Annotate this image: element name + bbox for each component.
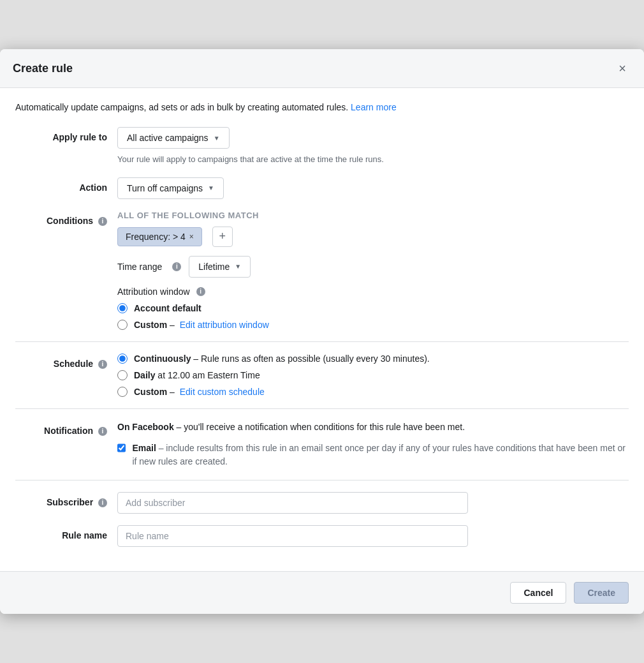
rule-name-row: Rule name — [15, 525, 629, 547]
edit-custom-schedule-link[interactable]: Edit custom schedule — [180, 387, 265, 397]
subscriber-input[interactable] — [117, 492, 468, 514]
rule-name-content — [117, 525, 629, 547]
schedule-row: Schedule i Continuously – Rule runs as o… — [15, 354, 629, 397]
attribution-account-default-radio[interactable] — [117, 303, 128, 313]
modal-title: Create rule — [13, 62, 73, 75]
cancel-button[interactable]: Cancel — [510, 582, 566, 604]
condition-tag-frequency: Frequency: > 4 × — [117, 227, 202, 246]
attribution-custom[interactable]: Custom – Edit attribution window — [117, 320, 629, 330]
intro-text: Automatically update campaigns, ad sets … — [15, 101, 629, 114]
subscriber-info-icon: i — [98, 498, 107, 507]
schedule-daily[interactable]: Daily at 12.00 am Eastern Time — [117, 370, 629, 380]
schedule-info-icon: i — [98, 360, 107, 369]
action-content: Turn off campaigns ▼ — [117, 177, 629, 199]
email-checkbox-row: Email – include results from this rule i… — [117, 442, 629, 468]
notification-label: Notification i — [15, 421, 117, 436]
apply-rule-content: All active campaigns ▼ Your rule will ap… — [117, 127, 629, 165]
attribution-section: Attribution window i Account default Cus… — [117, 287, 629, 330]
schedule-custom-radio[interactable] — [117, 387, 128, 397]
notification-row: Notification i On Facebook – you'll rece… — [15, 421, 629, 468]
all-match-label: ALL of the following match — [117, 211, 629, 220]
action-label: Action — [15, 177, 117, 193]
notification-content: On Facebook – you'll receive a notificat… — [117, 421, 629, 468]
edit-attribution-link[interactable]: Edit attribution window — [180, 320, 269, 330]
conditions-label: Conditions i — [15, 211, 117, 226]
subscriber-row: Subscriber i — [15, 492, 629, 514]
notification-info-icon: i — [98, 427, 107, 436]
attribution-account-default[interactable]: Account default — [117, 303, 629, 313]
subscriber-content — [117, 492, 629, 514]
subscriber-label: Subscriber i — [15, 492, 117, 507]
divider-3 — [15, 480, 629, 480]
schedule-custom[interactable]: Custom – Edit custom schedule — [117, 387, 629, 397]
create-rule-modal: Create rule × Automatically update campa… — [0, 49, 644, 613]
conditions-content: ALL of the following match Frequency: > … — [117, 211, 629, 330]
chevron-down-icon: ▼ — [208, 184, 214, 191]
attribution-custom-radio[interactable] — [117, 320, 128, 330]
time-range-label: Time range — [117, 262, 162, 272]
on-facebook-text: On Facebook – you'll receive a notificat… — [117, 421, 629, 434]
create-button[interactable]: Create — [574, 582, 629, 604]
conditions-info-icon: i — [98, 217, 107, 226]
learn-more-link[interactable]: Learn more — [351, 102, 397, 112]
email-label: Email – include results from this rule i… — [132, 442, 629, 468]
apply-rule-description: Your rule will apply to campaigns that a… — [117, 154, 629, 165]
chevron-down-icon: ▼ — [235, 263, 241, 270]
conditions-tags: Frequency: > 4 × + — [117, 227, 629, 247]
remove-condition-button[interactable]: × — [189, 232, 194, 241]
divider-2 — [15, 408, 629, 409]
time-range-row: Time range i Lifetime ▼ — [117, 256, 629, 278]
add-condition-button[interactable]: + — [212, 227, 233, 247]
apply-rule-label: Apply rule to — [15, 127, 117, 142]
rule-name-label: Rule name — [15, 525, 117, 540]
action-row: Action Turn off campaigns ▼ — [15, 177, 629, 199]
time-range-dropdown[interactable]: Lifetime ▼ — [189, 256, 251, 278]
apply-rule-row: Apply rule to All active campaigns ▼ You… — [15, 127, 629, 165]
attribution-label: Attribution window — [117, 287, 190, 297]
schedule-continuously-radio[interactable] — [117, 354, 128, 364]
modal-footer: Cancel Create — [0, 571, 644, 614]
schedule-continuously[interactable]: Continuously – Rule runs as often as pos… — [117, 354, 629, 364]
schedule-label: Schedule i — [15, 354, 117, 369]
schedule-content: Continuously – Rule runs as often as pos… — [117, 354, 629, 397]
attribution-info-icon: i — [196, 287, 205, 296]
time-range-info-icon: i — [172, 262, 181, 271]
conditions-row: Conditions i ALL of the following match … — [15, 211, 629, 330]
action-dropdown[interactable]: Turn off campaigns ▼ — [117, 177, 224, 199]
divider-1 — [15, 341, 629, 342]
modal-body: Automatically update campaigns, ad sets … — [0, 88, 644, 570]
attribution-radio-group: Account default Custom – Edit attributio… — [117, 303, 629, 330]
modal-header: Create rule × — [0, 49, 644, 88]
rule-name-input[interactable] — [117, 525, 468, 547]
email-checkbox[interactable] — [117, 443, 126, 453]
apply-rule-dropdown[interactable]: All active campaigns ▼ — [117, 127, 230, 149]
schedule-options: Continuously – Rule runs as often as pos… — [117, 354, 629, 397]
chevron-down-icon: ▼ — [214, 135, 220, 142]
close-button[interactable]: × — [613, 59, 631, 77]
schedule-daily-radio[interactable] — [117, 370, 128, 380]
